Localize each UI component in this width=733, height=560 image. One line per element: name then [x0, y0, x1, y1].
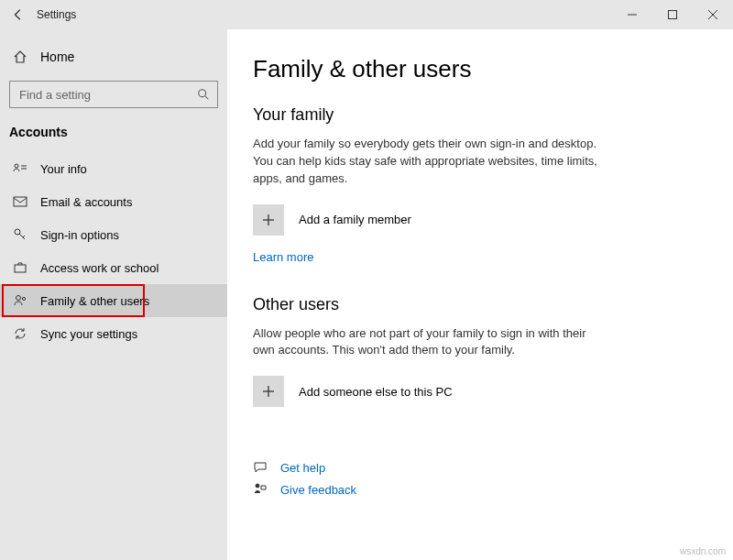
- add-other-user-button[interactable]: Add someone else to this PC: [253, 376, 707, 407]
- plus-icon: [253, 204, 284, 236]
- close-button[interactable]: [693, 0, 733, 29]
- other-users-desc: Allow people who are not part of your fa…: [253, 325, 601, 360]
- person-card-icon: [13, 161, 27, 176]
- give-feedback-link[interactable]: Give feedback: [280, 483, 356, 497]
- svg-point-15: [22, 297, 25, 300]
- sidebar-item-family-other-users[interactable]: Family & other users: [0, 284, 227, 317]
- svg-point-14: [16, 296, 21, 301]
- svg-point-20: [256, 484, 259, 488]
- chat-icon: [253, 460, 268, 475]
- minimize-button[interactable]: [612, 0, 652, 29]
- sidebar-item-sync-settings[interactable]: Sync your settings: [0, 317, 227, 350]
- back-button[interactable]: [0, 8, 37, 21]
- watermark: wsxdn.com: [680, 546, 726, 556]
- people-icon: [13, 293, 27, 308]
- home-button[interactable]: Home: [0, 42, 227, 71]
- sidebar-item-email-accounts[interactable]: Email & accounts: [0, 185, 227, 218]
- add-family-label: Add a family member: [299, 213, 411, 226]
- your-family-desc: Add your family so everybody gets their …: [253, 136, 601, 188]
- category-header: Accounts: [0, 119, 227, 152]
- sidebar-item-your-info[interactable]: Your info: [0, 152, 227, 185]
- sidebar: Home Accounts Your info Email & accounts: [0, 29, 227, 560]
- get-help-link[interactable]: Get help: [280, 461, 325, 475]
- page-title: Family & other users: [253, 55, 707, 83]
- add-family-member-button[interactable]: Add a family member: [253, 204, 707, 236]
- search-box[interactable]: [9, 81, 218, 108]
- titlebar: Settings: [0, 0, 733, 29]
- sidebar-item-work-school[interactable]: Access work or school: [0, 251, 227, 284]
- home-icon: [13, 49, 27, 64]
- briefcase-icon: [13, 260, 27, 275]
- home-label: Home: [40, 49, 74, 64]
- sidebar-item-label: Access work or school: [40, 261, 159, 275]
- other-users-heading: Other users: [253, 295, 707, 314]
- window-title: Settings: [37, 8, 76, 21]
- search-icon: [197, 88, 210, 101]
- svg-line-12: [23, 236, 25, 237]
- learn-more-link[interactable]: Learn more: [253, 250, 313, 264]
- sidebar-item-label: Family & other users: [40, 294, 149, 308]
- sidebar-item-label: Your info: [40, 162, 87, 176]
- sidebar-item-signin-options[interactable]: Sign-in options: [0, 218, 227, 251]
- mail-icon: [13, 194, 27, 209]
- svg-point-4: [199, 90, 206, 97]
- search-input[interactable]: [17, 87, 197, 103]
- your-family-heading: Your family: [253, 105, 707, 125]
- svg-rect-9: [14, 197, 27, 206]
- sync-icon: [13, 326, 27, 341]
- sidebar-item-label: Sync your settings: [40, 327, 137, 341]
- sidebar-item-label: Email & accounts: [40, 195, 132, 209]
- content-area: Family & other users Your family Add you…: [227, 29, 733, 560]
- sidebar-item-label: Sign-in options: [40, 228, 119, 242]
- key-icon: [13, 227, 27, 242]
- svg-rect-1: [669, 11, 677, 19]
- plus-icon: [253, 376, 284, 407]
- feedback-icon: [253, 482, 268, 497]
- maximize-button[interactable]: [652, 0, 693, 29]
- add-other-label: Add someone else to this PC: [299, 385, 453, 399]
- svg-line-5: [205, 96, 209, 100]
- svg-rect-13: [15, 265, 26, 272]
- svg-point-6: [15, 164, 18, 168]
